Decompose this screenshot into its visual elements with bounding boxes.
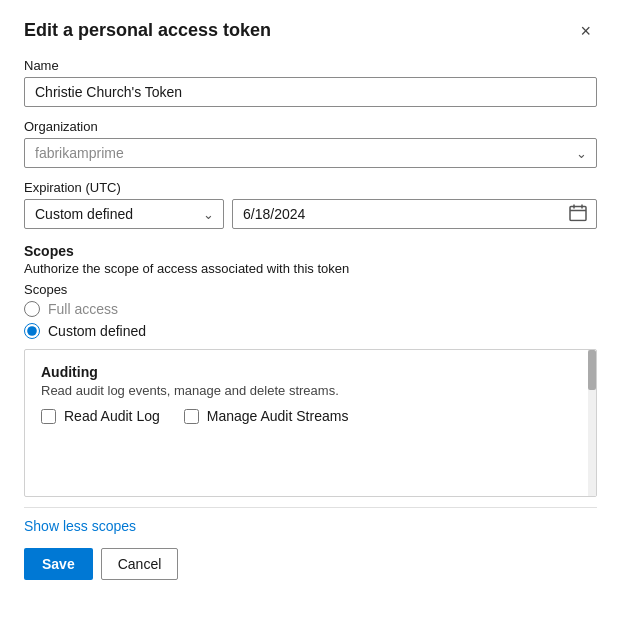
dialog-title: Edit a personal access token — [24, 20, 271, 41]
auditing-group-desc: Read audit log events, manage and delete… — [41, 383, 580, 398]
scopes-description: Authorize the scope of access associated… — [24, 261, 597, 276]
save-button[interactable]: Save — [24, 548, 93, 580]
name-field-group: Name — [24, 58, 597, 107]
show-scopes-link[interactable]: Show less scopes — [24, 518, 136, 534]
read-audit-log-label: Read Audit Log — [64, 408, 160, 424]
scopes-title: Scopes — [24, 243, 597, 259]
dialog-header: Edit a personal access token × — [24, 20, 597, 42]
org-field-group: Organization ⌄ — [24, 119, 597, 168]
scrollbar-track — [588, 350, 596, 496]
name-label: Name — [24, 58, 597, 73]
expiration-label: Expiration (UTC) — [24, 180, 597, 195]
expiration-dropdown[interactable]: Custom defined 30 days 60 days 90 days — [24, 199, 224, 229]
custom-defined-radio-row: Custom defined — [24, 323, 597, 339]
manage-audit-streams-checkbox[interactable] — [184, 409, 199, 424]
manage-audit-streams-row: Manage Audit Streams — [184, 408, 349, 424]
scopes-section: Scopes Authorize the scope of access ass… — [24, 243, 597, 497]
full-access-label: Full access — [48, 301, 118, 317]
scrollbar-thumb — [588, 350, 596, 390]
custom-defined-radio[interactable] — [24, 323, 40, 339]
scopes-label: Scopes — [24, 282, 597, 297]
date-input[interactable] — [232, 199, 597, 229]
name-input[interactable] — [24, 77, 597, 107]
full-access-radio-row: Full access — [24, 301, 597, 317]
edit-token-dialog: Edit a personal access token × Name Orga… — [0, 0, 621, 626]
cancel-button[interactable]: Cancel — [101, 548, 179, 580]
org-label: Organization — [24, 119, 597, 134]
scopes-scroll-area[interactable]: Auditing Read audit log events, manage a… — [24, 349, 597, 497]
expiration-select-wrapper: Custom defined 30 days 60 days 90 days ⌄ — [24, 199, 224, 229]
expiration-field-group: Expiration (UTC) Custom defined 30 days … — [24, 180, 597, 229]
footer-buttons: Save Cancel — [24, 548, 597, 580]
read-audit-log-row: Read Audit Log — [41, 408, 160, 424]
org-select-wrapper: ⌄ — [24, 138, 597, 168]
org-input — [24, 138, 597, 168]
scopes-inner: Auditing Read audit log events, manage a… — [25, 350, 596, 438]
expiration-row: Custom defined 30 days 60 days 90 days ⌄ — [24, 199, 597, 229]
auditing-group-title: Auditing — [41, 364, 580, 380]
manage-audit-streams-label: Manage Audit Streams — [207, 408, 349, 424]
date-input-wrapper — [232, 199, 597, 229]
read-audit-log-checkbox[interactable] — [41, 409, 56, 424]
full-access-radio[interactable] — [24, 301, 40, 317]
auditing-checkboxes: Read Audit Log Manage Audit Streams — [41, 408, 580, 424]
divider — [24, 507, 597, 508]
custom-defined-label: Custom defined — [48, 323, 146, 339]
scopes-radio-group: Full access Custom defined — [24, 301, 597, 339]
close-button[interactable]: × — [574, 20, 597, 42]
